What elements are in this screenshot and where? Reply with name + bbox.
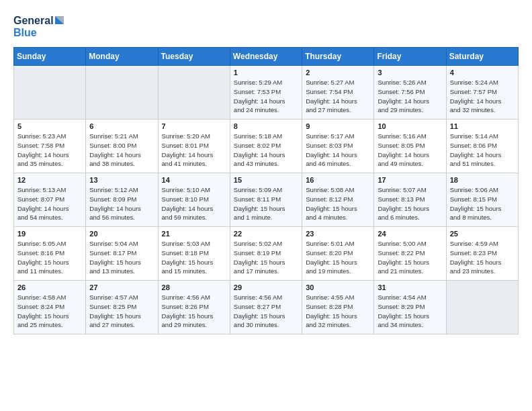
day-number: 16: [306, 176, 370, 184]
cell-info: Sunrise: 4:59 AMSunset: 8:23 PMDaylight:…: [450, 239, 515, 276]
day-number: 4: [450, 68, 515, 77]
calendar-cell: [14, 66, 86, 120]
cell-info: Sunrise: 5:03 AMSunset: 8:18 PMDaylight:…: [162, 239, 226, 276]
cell-info: Sunrise: 4:56 AMSunset: 8:27 PMDaylight:…: [234, 293, 298, 330]
cell-info: Sunrise: 5:10 AMSunset: 8:10 PMDaylight:…: [162, 185, 226, 222]
cell-info: Sunrise: 4:56 AMSunset: 8:26 PMDaylight:…: [162, 293, 226, 330]
day-number: 5: [17, 122, 82, 130]
calendar-cell: [86, 66, 158, 120]
day-number: 15: [234, 176, 298, 184]
day-number: 25: [450, 230, 515, 238]
calendar-cell: 20Sunrise: 5:04 AMSunset: 8:17 PMDayligh…: [86, 227, 158, 281]
calendar-cell: 28Sunrise: 4:56 AMSunset: 8:26 PMDayligh…: [158, 281, 230, 334]
svg-text:Blue: Blue: [13, 27, 37, 38]
calendar-cell: 17Sunrise: 5:07 AMSunset: 8:13 PMDayligh…: [374, 173, 446, 227]
cell-info: Sunrise: 5:23 AMSunset: 7:58 PMDaylight:…: [17, 132, 82, 169]
calendar-cell: 26Sunrise: 4:58 AMSunset: 8:24 PMDayligh…: [14, 281, 86, 334]
day-number: 13: [89, 176, 154, 184]
calendar-cell: 8Sunrise: 5:18 AMSunset: 8:02 PMDaylight…: [230, 120, 302, 173]
day-number: 30: [306, 283, 370, 291]
calendar-cell: [446, 281, 518, 334]
calendar-cell: 23Sunrise: 5:01 AMSunset: 8:20 PMDayligh…: [302, 227, 374, 281]
cell-info: Sunrise: 5:16 AMSunset: 8:05 PMDaylight:…: [378, 132, 442, 169]
cell-info: Sunrise: 5:08 AMSunset: 8:12 PMDaylight:…: [306, 185, 370, 222]
calendar-cell: 31Sunrise: 4:54 AMSunset: 8:29 PMDayligh…: [374, 281, 446, 334]
cell-info: Sunrise: 4:58 AMSunset: 8:24 PMDaylight:…: [17, 293, 82, 330]
calendar-cell: 29Sunrise: 4:56 AMSunset: 8:27 PMDayligh…: [230, 281, 302, 334]
cell-info: Sunrise: 5:29 AMSunset: 7:53 PMDaylight:…: [234, 78, 298, 115]
logo: GeneralBlue: [13, 11, 67, 40]
page: GeneralBlue SundayMondayTuesdayWednesday…: [0, 0, 532, 345]
calendar-cell: 13Sunrise: 5:12 AMSunset: 8:09 PMDayligh…: [86, 173, 158, 227]
header-wednesday: Wednesday: [230, 48, 302, 66]
day-number: 9: [306, 122, 370, 130]
calendar-cell: [158, 66, 230, 120]
day-number: 29: [234, 283, 298, 291]
cell-info: Sunrise: 5:09 AMSunset: 8:11 PMDaylight:…: [234, 185, 298, 222]
calendar-header-row: SundayMondayTuesdayWednesdayThursdayFrid…: [14, 48, 519, 66]
day-number: 28: [162, 283, 226, 291]
cell-info: Sunrise: 5:17 AMSunset: 8:03 PMDaylight:…: [306, 132, 370, 169]
cell-info: Sunrise: 5:14 AMSunset: 8:06 PMDaylight:…: [450, 132, 515, 169]
cell-info: Sunrise: 5:20 AMSunset: 8:01 PMDaylight:…: [162, 132, 226, 169]
calendar-row-3: 19Sunrise: 5:05 AMSunset: 8:16 PMDayligh…: [14, 227, 519, 281]
day-number: 3: [378, 68, 442, 77]
cell-info: Sunrise: 5:21 AMSunset: 8:00 PMDaylight:…: [89, 132, 154, 169]
calendar-cell: 18Sunrise: 5:06 AMSunset: 8:15 PMDayligh…: [446, 173, 518, 227]
cell-info: Sunrise: 5:26 AMSunset: 7:56 PMDaylight:…: [378, 78, 442, 115]
calendar-table: SundayMondayTuesdayWednesdayThursdayFrid…: [13, 47, 519, 334]
cell-info: Sunrise: 5:06 AMSunset: 8:15 PMDaylight:…: [450, 185, 515, 222]
cell-info: Sunrise: 4:55 AMSunset: 8:28 PMDaylight:…: [306, 293, 370, 330]
calendar-row-4: 26Sunrise: 4:58 AMSunset: 8:24 PMDayligh…: [14, 281, 519, 334]
header-sunday: Sunday: [14, 48, 86, 66]
calendar-cell: 1Sunrise: 5:29 AMSunset: 7:53 PMDaylight…: [230, 66, 302, 120]
logo-svg: GeneralBlue: [13, 11, 67, 40]
calendar-cell: 9Sunrise: 5:17 AMSunset: 8:03 PMDaylight…: [302, 120, 374, 173]
cell-info: Sunrise: 5:24 AMSunset: 7:57 PMDaylight:…: [450, 78, 515, 115]
day-number: 26: [17, 283, 82, 291]
day-number: 20: [89, 230, 154, 238]
calendar-cell: 3Sunrise: 5:26 AMSunset: 7:56 PMDaylight…: [374, 66, 446, 120]
calendar-cell: 24Sunrise: 5:00 AMSunset: 8:22 PMDayligh…: [374, 227, 446, 281]
cell-info: Sunrise: 5:00 AMSunset: 8:22 PMDaylight:…: [378, 239, 442, 276]
cell-info: Sunrise: 5:07 AMSunset: 8:13 PMDaylight:…: [378, 185, 442, 222]
day-number: 18: [450, 176, 515, 184]
calendar-cell: 14Sunrise: 5:10 AMSunset: 8:10 PMDayligh…: [158, 173, 230, 227]
day-number: 31: [378, 283, 442, 291]
cell-info: Sunrise: 5:12 AMSunset: 8:09 PMDaylight:…: [89, 185, 154, 222]
calendar-cell: 6Sunrise: 5:21 AMSunset: 8:00 PMDaylight…: [86, 120, 158, 173]
cell-info: Sunrise: 5:04 AMSunset: 8:17 PMDaylight:…: [89, 239, 154, 276]
header-monday: Monday: [86, 48, 158, 66]
cell-info: Sunrise: 5:13 AMSunset: 8:07 PMDaylight:…: [17, 185, 82, 222]
header-tuesday: Tuesday: [158, 48, 230, 66]
calendar-cell: 4Sunrise: 5:24 AMSunset: 7:57 PMDaylight…: [446, 66, 518, 120]
day-number: 12: [17, 176, 82, 184]
calendar-cell: 15Sunrise: 5:09 AMSunset: 8:11 PMDayligh…: [230, 173, 302, 227]
calendar-cell: 25Sunrise: 4:59 AMSunset: 8:23 PMDayligh…: [446, 227, 518, 281]
day-number: 14: [162, 176, 226, 184]
cell-info: Sunrise: 5:01 AMSunset: 8:20 PMDaylight:…: [306, 239, 370, 276]
header-saturday: Saturday: [446, 48, 518, 66]
calendar-cell: 12Sunrise: 5:13 AMSunset: 8:07 PMDayligh…: [14, 173, 86, 227]
cell-info: Sunrise: 5:27 AMSunset: 7:54 PMDaylight:…: [306, 78, 370, 115]
calendar-cell: 21Sunrise: 5:03 AMSunset: 8:18 PMDayligh…: [158, 227, 230, 281]
day-number: 1: [234, 68, 298, 77]
cell-info: Sunrise: 5:05 AMSunset: 8:16 PMDaylight:…: [17, 239, 82, 276]
calendar-cell: 11Sunrise: 5:14 AMSunset: 8:06 PMDayligh…: [446, 120, 518, 173]
calendar-row-2: 12Sunrise: 5:13 AMSunset: 8:07 PMDayligh…: [14, 173, 519, 227]
cell-info: Sunrise: 4:54 AMSunset: 8:29 PMDaylight:…: [378, 293, 442, 330]
calendar-cell: 30Sunrise: 4:55 AMSunset: 8:28 PMDayligh…: [302, 281, 374, 334]
calendar-cell: 27Sunrise: 4:57 AMSunset: 8:25 PMDayligh…: [86, 281, 158, 334]
calendar-row-1: 5Sunrise: 5:23 AMSunset: 7:58 PMDaylight…: [14, 120, 519, 173]
header-thursday: Thursday: [302, 48, 374, 66]
day-number: 10: [378, 122, 442, 130]
day-number: 17: [378, 176, 442, 184]
day-number: 19: [17, 230, 82, 238]
day-number: 27: [89, 283, 154, 291]
day-number: 23: [306, 230, 370, 238]
header-friday: Friday: [374, 48, 446, 66]
header: GeneralBlue: [13, 11, 519, 40]
calendar-cell: 2Sunrise: 5:27 AMSunset: 7:54 PMDaylight…: [302, 66, 374, 120]
day-number: 6: [89, 122, 154, 130]
day-number: 8: [234, 122, 298, 130]
